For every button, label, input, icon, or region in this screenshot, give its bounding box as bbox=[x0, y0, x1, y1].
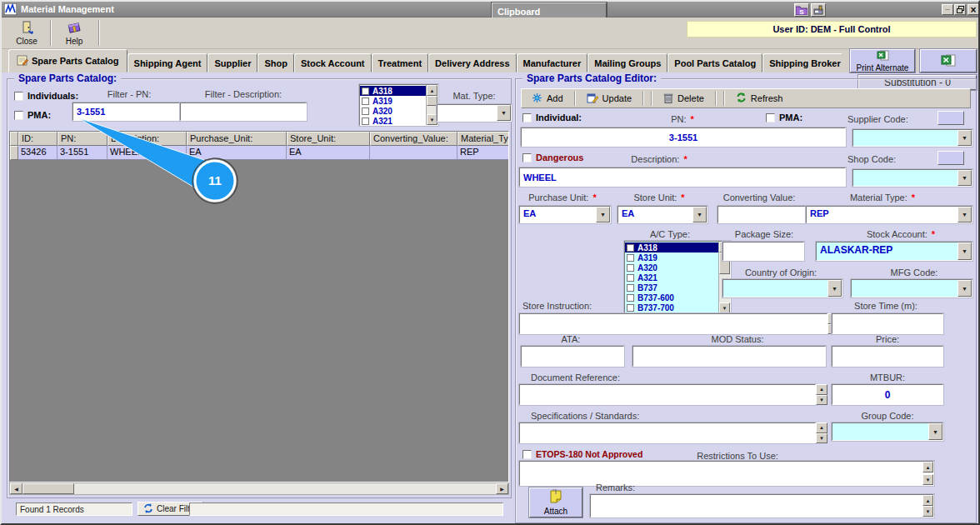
purchase-unit-dropdown[interactable]: EA bbox=[519, 206, 611, 223]
checkbox-box[interactable] bbox=[627, 294, 634, 302]
tab-pool-parts-catalog[interactable]: Pool Parts Catalog bbox=[668, 53, 762, 72]
close-window-button[interactable] bbox=[968, 4, 979, 15]
store-instruction-input[interactable] bbox=[519, 313, 828, 334]
checkbox-box[interactable] bbox=[362, 108, 369, 115]
pn-input[interactable] bbox=[521, 128, 846, 147]
checkbox-box[interactable] bbox=[627, 264, 634, 272]
filter-description-input[interactable] bbox=[180, 102, 307, 121]
package-size-input[interactable] bbox=[722, 242, 804, 261]
ac-filter-scrollbar[interactable] bbox=[426, 85, 438, 125]
store-unit-dropdown[interactable]: EA bbox=[618, 206, 708, 223]
pma-checkbox[interactable]: PMA: bbox=[766, 112, 802, 122]
supplier-code-lookup-button[interactable] bbox=[938, 111, 964, 125]
tab-spare-parts-catalog[interactable]: Spare Parts Catalog bbox=[8, 49, 128, 72]
pma-filter-checkbox[interactable]: PMA: bbox=[14, 110, 51, 120]
checkbox-box[interactable] bbox=[362, 118, 369, 125]
chevron-down-icon[interactable] bbox=[692, 207, 707, 222]
remarks-textarea[interactable] bbox=[590, 494, 934, 518]
specifications-input[interactable] bbox=[519, 422, 816, 443]
help-button[interactable]: Help bbox=[54, 19, 94, 47]
stock-account-dropdown[interactable]: ALASKAR-REP bbox=[816, 242, 972, 261]
price-input[interactable] bbox=[832, 346, 943, 367]
ata-input[interactable] bbox=[521, 346, 624, 367]
material-type-dropdown[interactable]: REP bbox=[806, 206, 972, 223]
document-reference-input[interactable] bbox=[519, 384, 816, 405]
scroll-thumb[interactable] bbox=[22, 483, 74, 494]
converting-value-input[interactable] bbox=[718, 206, 808, 223]
checkbox-box[interactable] bbox=[362, 88, 369, 95]
etops-checkbox[interactable]: ETOPS-180 Not Approved bbox=[522, 449, 642, 459]
group-code-dropdown[interactable] bbox=[832, 422, 943, 441]
table-hscrollbar[interactable] bbox=[9, 482, 509, 495]
chevron-down-icon[interactable] bbox=[958, 130, 972, 146]
individuals-checkbox[interactable]: Individuals: bbox=[14, 91, 78, 101]
tab-manufacturer[interactable]: Manufacturer bbox=[517, 53, 588, 72]
results-table[interactable]: ID:PN:Description:Purchase_Unit:Store_Un… bbox=[9, 131, 509, 482]
tab-mailing-groups[interactable]: Mailing Groups bbox=[588, 53, 668, 72]
chevron-down-icon[interactable] bbox=[928, 423, 942, 440]
checkbox-box[interactable] bbox=[627, 254, 634, 262]
ac-option[interactable]: A320 bbox=[360, 106, 426, 116]
ac-option[interactable]: A318 bbox=[360, 86, 426, 96]
update-button[interactable]: Update bbox=[579, 91, 639, 107]
chevron-down-icon[interactable] bbox=[958, 207, 972, 222]
restrictions-textarea[interactable] bbox=[519, 461, 934, 486]
export-excel-button[interactable] bbox=[920, 49, 977, 72]
ac-option[interactable]: B737-600 bbox=[625, 292, 718, 302]
close-button[interactable]: Close bbox=[7, 19, 47, 47]
checkbox-box[interactable] bbox=[627, 244, 634, 252]
checkbox-box[interactable] bbox=[362, 98, 369, 105]
checkbox-box[interactable] bbox=[627, 304, 634, 312]
ac-option[interactable]: B737 bbox=[625, 282, 718, 292]
filter-pn-input[interactable] bbox=[72, 102, 182, 121]
attach-button[interactable]: Attach bbox=[529, 488, 582, 518]
tab-delivery-address[interactable]: Delivery Address bbox=[428, 53, 516, 72]
tab-supplier[interactable]: Supplier bbox=[208, 53, 258, 72]
ac-filter-listbox[interactable]: A318A319A320A321 bbox=[359, 84, 438, 126]
tab-stock-account[interactable]: Stock Account bbox=[294, 53, 372, 72]
scroll-left-icon[interactable] bbox=[10, 483, 22, 494]
folder-s-icon[interactable]: S bbox=[794, 3, 809, 17]
ac-option[interactable]: A319 bbox=[625, 252, 718, 262]
print-alternate-button[interactable]: Print Alternate bbox=[850, 49, 915, 72]
checkbox-box[interactable] bbox=[627, 274, 634, 282]
machine-icon[interactable] bbox=[811, 3, 826, 17]
description-input[interactable] bbox=[519, 168, 846, 187]
ac-option[interactable]: A321 bbox=[625, 272, 718, 282]
chevron-down-icon[interactable] bbox=[958, 170, 972, 186]
add-button[interactable]: Add bbox=[524, 91, 571, 107]
ac-option[interactable]: A319 bbox=[360, 96, 426, 106]
store-time-input[interactable] bbox=[832, 313, 943, 334]
shop-code-dropdown[interactable] bbox=[852, 169, 972, 187]
tab-shipping-broker[interactable]: Shipping Broker bbox=[762, 53, 842, 72]
mtbur-input[interactable] bbox=[832, 384, 943, 405]
shop-code-lookup-button[interactable] bbox=[938, 151, 964, 165]
checkbox-box[interactable] bbox=[14, 111, 23, 120]
ac-option[interactable]: A320 bbox=[625, 262, 718, 272]
tab-shipping-agent[interactable]: Shipping Agent bbox=[128, 53, 208, 72]
country-of-origin-dropdown[interactable] bbox=[722, 279, 842, 298]
chevron-down-icon[interactable] bbox=[958, 280, 972, 297]
mat-type-dropdown[interactable] bbox=[437, 104, 512, 122]
scroll-up-icon[interactable] bbox=[427, 85, 438, 96]
refresh-button[interactable]: Refresh bbox=[728, 91, 791, 106]
chevron-down-icon[interactable] bbox=[596, 207, 610, 222]
mfg-code-dropdown[interactable] bbox=[851, 279, 972, 298]
scroll-down-icon[interactable] bbox=[719, 302, 730, 313]
mod-status-input[interactable] bbox=[632, 346, 826, 367]
table-row[interactable]: 534263-1551WHEELEAEAREP bbox=[10, 146, 508, 160]
checkbox-box[interactable] bbox=[14, 92, 23, 101]
restore-button[interactable] bbox=[954, 4, 966, 15]
tab-shop[interactable]: Shop bbox=[258, 53, 294, 72]
scroll-right-icon[interactable] bbox=[496, 483, 508, 494]
chevron-down-icon[interactable] bbox=[828, 280, 842, 297]
ac-option[interactable]: A321 bbox=[360, 116, 426, 125]
minimize-button[interactable] bbox=[942, 4, 953, 15]
tab-treatment[interactable]: Treatment bbox=[372, 53, 429, 72]
supplier-code-dropdown[interactable] bbox=[852, 129, 972, 147]
individual-checkbox[interactable]: Individual: bbox=[522, 112, 582, 122]
dangerous-checkbox[interactable]: Dangerous bbox=[522, 152, 583, 162]
ac-option[interactable]: A318 bbox=[625, 242, 718, 252]
ac-type-listbox[interactable]: A318A319A320A321B737B737-600B737-700 bbox=[624, 241, 731, 314]
delete-button[interactable]: Delete bbox=[656, 91, 712, 107]
